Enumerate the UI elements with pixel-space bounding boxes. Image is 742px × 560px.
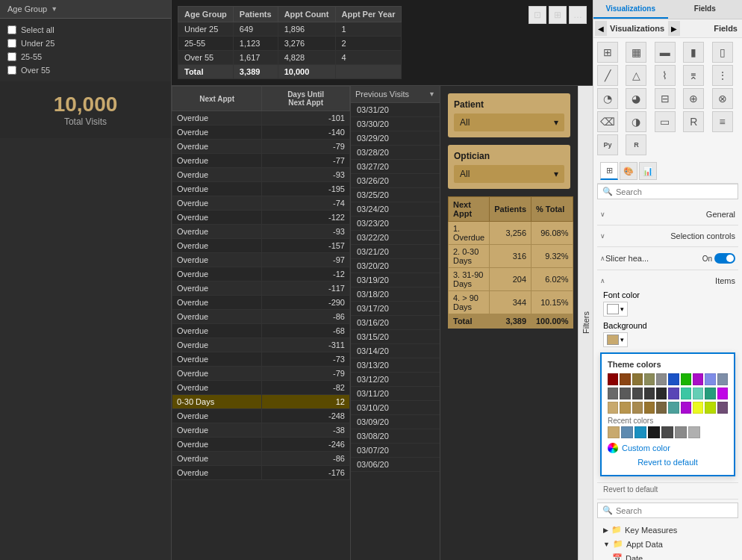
format-search-input[interactable] xyxy=(616,187,733,196)
viz-icon-scatter[interactable]: ⋮ xyxy=(712,65,733,86)
recent-color-swatch[interactable] xyxy=(688,426,700,438)
extra-color-swatch[interactable] xyxy=(681,388,691,399)
under25-checkbox[interactable] xyxy=(7,39,16,48)
viz-icon-waterfall[interactable]: ⌆ xyxy=(683,65,704,86)
prev-visit-item[interactable]: 03/23/20 xyxy=(351,217,440,231)
theme-color-swatch[interactable] xyxy=(620,402,630,414)
viz-icon-map[interactable]: ⊕ xyxy=(683,88,704,109)
prev-visit-item[interactable]: 03/15/20 xyxy=(351,330,440,344)
prev-visit-item[interactable]: 03/21/20 xyxy=(351,245,440,259)
prev-visit-item[interactable]: 03/17/20 xyxy=(351,302,440,316)
theme-color-swatch[interactable] xyxy=(644,388,655,399)
theme-color-swatch[interactable] xyxy=(644,402,655,414)
viz-icon-py[interactable]: Py xyxy=(597,134,618,155)
viz-icon-ribbon[interactable]: ⌇ xyxy=(655,65,676,86)
recent-color-swatch[interactable] xyxy=(675,426,687,438)
prev-visit-item[interactable]: 03/25/20 xyxy=(351,188,440,202)
viz-icon-funnel[interactable]: ⌫ xyxy=(597,111,618,132)
more-icon[interactable]: … xyxy=(569,6,587,24)
prev-visit-item[interactable]: 03/14/20 xyxy=(351,344,440,358)
filter-icon[interactable]: ⊡ xyxy=(529,6,546,24)
prev-visit-item[interactable]: 03/09/20 xyxy=(351,415,440,429)
viz-icon-kpi[interactable]: R xyxy=(683,111,704,132)
field-date-item[interactable]: 📅 Date xyxy=(597,551,738,560)
theme-color-swatch[interactable] xyxy=(632,402,643,414)
viz-icon-donut[interactable]: ◕ xyxy=(626,88,646,109)
recent-color-swatch[interactable] xyxy=(635,426,646,438)
fields-search-input[interactable] xyxy=(616,506,733,515)
viz-icon-stacked-bar[interactable]: ▮ xyxy=(683,42,704,63)
prev-visit-item[interactable]: 03/18/20 xyxy=(351,287,440,302)
viz-icon-line[interactable]: ╱ xyxy=(597,65,618,86)
nav-fwd-arrow[interactable]: ▶ xyxy=(668,21,680,36)
prev-visit-item[interactable]: 03/26/20 xyxy=(351,174,440,188)
revert-to-default-link[interactable]: Revert to default xyxy=(608,455,728,469)
appt-data-item[interactable]: ▼ 📁 Appt Data xyxy=(597,537,738,551)
prev-visit-item[interactable]: 03/28/20 xyxy=(351,146,440,160)
theme-color-swatch[interactable] xyxy=(644,373,655,385)
age25-55-checkbox[interactable] xyxy=(7,52,16,61)
theme-color-swatch[interactable] xyxy=(632,388,643,399)
background-color-button[interactable]: ▾ xyxy=(603,332,628,347)
select-all-checkbox[interactable] xyxy=(7,25,16,34)
prev-visit-item[interactable]: 03/11/20 xyxy=(351,387,440,401)
prev-visit-item[interactable]: 03/16/20 xyxy=(351,316,440,330)
prev-visit-item[interactable]: 03/12/20 xyxy=(351,373,440,387)
slicer-header-toggle[interactable]: ∧ Slicer hea... On xyxy=(597,250,738,267)
viz-icon-gauge[interactable]: ◑ xyxy=(626,111,646,132)
theme-color-swatch[interactable] xyxy=(608,402,618,414)
prev-visit-item[interactable]: 03/07/20 xyxy=(351,444,440,458)
font-color-dropdown-arrow[interactable]: ▾ xyxy=(620,305,624,313)
over55-item[interactable]: Over 55 xyxy=(7,63,163,77)
prev-visit-item[interactable]: 03/22/20 xyxy=(351,231,440,245)
theme-color-swatch[interactable] xyxy=(608,373,618,385)
extra-color-swatch[interactable] xyxy=(705,388,715,399)
viz-icon-slicer[interactable]: ≡ xyxy=(712,111,733,132)
slicer-header-toggle-switch[interactable] xyxy=(714,253,735,264)
extra-color-swatch[interactable] xyxy=(668,373,679,385)
select-all-item[interactable]: Select all xyxy=(7,23,163,37)
under25-item[interactable]: Under 25 xyxy=(7,37,163,50)
format-tab-general[interactable]: ⊞ xyxy=(600,162,618,180)
extra-color-swatch[interactable] xyxy=(705,402,715,414)
general-section-toggle[interactable]: ∨ General xyxy=(597,207,738,222)
extra-color-swatch[interactable] xyxy=(668,402,679,414)
prev-visit-item[interactable]: 03/06/20 xyxy=(351,458,440,472)
custom-color-button[interactable]: Custom color xyxy=(608,441,728,455)
prev-visit-item[interactable]: 03/13/20 xyxy=(351,358,440,373)
prev-visit-item[interactable]: 03/10/20 xyxy=(351,401,440,415)
key-measures-item[interactable]: ▶ 📁 Key Measures xyxy=(597,523,738,537)
viz-icon-bar[interactable]: ▬ xyxy=(655,42,676,63)
prev-visit-item[interactable]: 03/29/20 xyxy=(351,131,440,146)
recent-color-swatch[interactable] xyxy=(648,426,660,438)
tab-visualizations[interactable]: Visualizations xyxy=(593,0,668,19)
recent-color-swatch[interactable] xyxy=(608,426,620,438)
prev-visit-item[interactable]: 03/20/20 xyxy=(351,259,440,273)
tab-fields[interactable]: Fields xyxy=(668,0,743,19)
extra-color-swatch[interactable] xyxy=(681,373,691,385)
optician-filter-select[interactable]: All ▾ xyxy=(454,165,564,183)
extra-color-swatch[interactable] xyxy=(693,373,703,385)
theme-color-swatch[interactable] xyxy=(656,373,667,385)
viz-icon-filled-map[interactable]: ⊗ xyxy=(712,88,733,109)
prev-visit-item[interactable]: 03/30/20 xyxy=(351,117,440,131)
viz-icon-matrix[interactable]: ▦ xyxy=(626,42,646,63)
filters-vertical-tab[interactable]: Filters xyxy=(578,86,593,560)
background-dropdown-arrow[interactable]: ▾ xyxy=(620,336,624,343)
age25-55-item[interactable]: 25-55 xyxy=(7,50,163,63)
font-color-button[interactable]: ▾ xyxy=(603,302,628,317)
extra-color-swatch[interactable] xyxy=(668,388,679,399)
prev-visits-arrow[interactable]: ▼ xyxy=(428,90,435,98)
prev-visit-item[interactable]: 03/19/20 xyxy=(351,273,440,287)
theme-color-swatch[interactable] xyxy=(656,388,667,399)
prev-visit-item[interactable]: 03/24/20 xyxy=(351,202,440,217)
prev-visit-item[interactable]: 03/27/20 xyxy=(351,160,440,174)
theme-color-swatch[interactable] xyxy=(608,388,618,399)
patient-filter-select[interactable]: All ▾ xyxy=(454,113,564,131)
theme-color-swatch[interactable] xyxy=(632,373,643,385)
extra-color-swatch[interactable] xyxy=(693,402,703,414)
selection-controls-toggle[interactable]: ∨ Selection controls xyxy=(597,228,738,243)
format-tab-data[interactable]: 📊 xyxy=(639,162,657,180)
extra-color-swatch[interactable] xyxy=(717,402,728,414)
viz-icon-card[interactable]: ▭ xyxy=(655,111,676,132)
